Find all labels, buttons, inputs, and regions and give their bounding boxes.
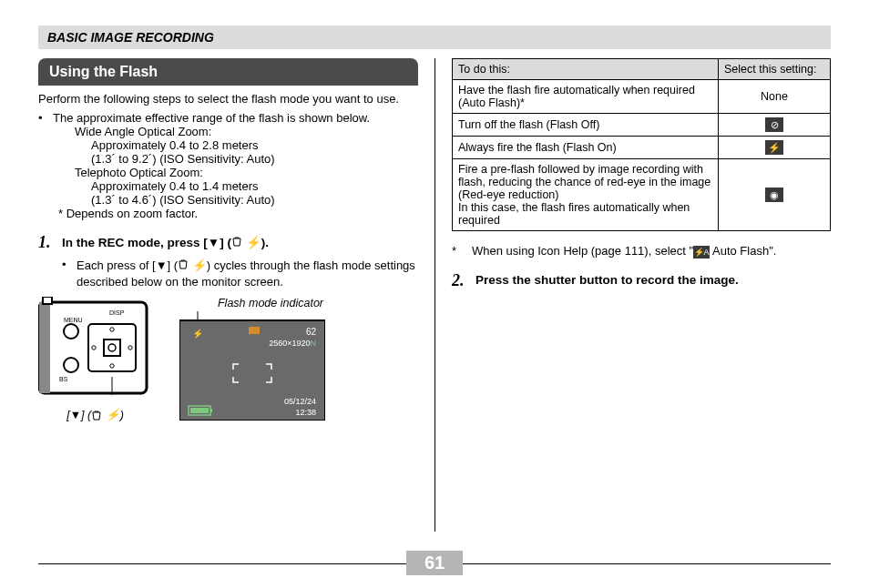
monitor-screen-svg: ⚡ 62 2560×1920N 05/12/24 12:38 — [179, 311, 325, 421]
step-1-number: 1. — [38, 233, 62, 252]
note-a: When using Icon Help (page 111), select … — [472, 244, 693, 258]
depends-text: Depends on zoom factor. — [66, 207, 199, 220]
resolution: 2560×1920 — [269, 339, 310, 348]
svg-rect-1 — [39, 302, 50, 393]
step-1-sub-text: Each press of [▼] ( ⚡) cycles through th… — [77, 258, 418, 290]
screen-date: 05/12/24 — [284, 397, 316, 406]
monitor-screen-diagram: Flash mode indicator ⚡ 62 2560×1920N 05/… — [179, 297, 325, 423]
intro-text: Perform the following steps to select th… — [38, 91, 418, 107]
cap-b: ] ( — [81, 409, 91, 421]
tele-zoom-label: Telephoto Optical Zoom: — [75, 166, 418, 179]
svg-rect-0 — [39, 302, 147, 393]
bullet-effective-range: • The approximate effective range of the… — [38, 111, 418, 125]
step-2-text: Press the shutter button to record the i… — [475, 271, 831, 290]
flash-settings-table: To do this: Select this setting: Have th… — [452, 58, 831, 231]
tele-zoom-range: Approximately 0.4 to 1.4 meters — [91, 179, 418, 193]
step-2-number: 2. — [452, 271, 475, 290]
wide-zoom-range: Approximately 0.4 to 2.8 meters — [91, 138, 418, 152]
flash-indicator-label: Flash mode indicator — [179, 297, 325, 309]
auto-flash-icon: ⚡A — [693, 246, 710, 259]
wide-zoom-label: Wide Angle Optical Zoom: — [75, 125, 418, 138]
svg-text:⚡: ⚡ — [192, 328, 204, 340]
asterisk: * — [452, 244, 472, 259]
row-flash-off-desc: Turn off the flash (Flash Off) — [453, 114, 719, 137]
camera-diagram: MENU DISP BS [▼] ( ⚡) — [38, 297, 152, 422]
tele-zoom-detail: (1.3´ to 4.6´) (ISO Sensitivity: Auto) — [91, 193, 418, 207]
trash-icon — [231, 236, 242, 249]
bullet-dot: • — [62, 258, 77, 290]
section-title: Using the Flash — [38, 58, 418, 86]
down-triangle-icon: ▼ — [208, 236, 220, 249]
step1-part-b: ] ( — [220, 236, 231, 249]
row-flash-off-setting: ⊘ — [719, 114, 831, 137]
red-eye-icon: ◉ — [765, 188, 783, 202]
step-1-sub-bullet: • Each press of [▼] ( ⚡) cycles through … — [62, 258, 418, 290]
flash-icon: ⚡ — [246, 236, 261, 249]
camera-caption: [▼] ( ⚡) — [38, 408, 152, 422]
svg-rect-23 — [210, 409, 212, 412]
depends-note: * Depends on zoom factor. — [58, 207, 418, 220]
step-1: 1. In the REC mode, press [▼] ( ⚡). — [38, 233, 418, 252]
icon-help-note: When using Icon Help (page 111), select … — [472, 244, 831, 259]
page-number: 61 — [406, 551, 463, 575]
svg-text:MENU: MENU — [64, 317, 83, 323]
step1-part-c: ). — [261, 236, 269, 249]
screen-time: 12:38 — [295, 408, 316, 417]
row-auto-flash-setting: None — [719, 80, 831, 114]
svg-text:BS: BS — [59, 376, 68, 382]
trash-icon — [91, 410, 102, 423]
page-number-wrap: 61 — [0, 551, 869, 575]
row-auto-flash-desc: Have the flash fire automatically when r… — [453, 80, 719, 114]
table-row: Turn off the flash (Flash Off) ⊘ — [453, 114, 831, 137]
svg-rect-22 — [190, 408, 209, 413]
diagrams-row: MENU DISP BS [▼] ( ⚡) Flash mode indicat… — [38, 297, 418, 423]
svg-text:DISP: DISP — [109, 309, 125, 316]
svg-rect-19 — [249, 327, 260, 334]
left-column: Using the Flash Perform the following st… — [38, 58, 434, 532]
down-triangle-icon: ▼ — [70, 409, 81, 421]
sub-a: Each press of [ — [77, 259, 156, 272]
bullet-text: The approximate effective range of the f… — [53, 111, 418, 125]
row-flash-on-setting: ⚡ — [719, 137, 831, 159]
step1-part-a: In the REC mode, press [ — [62, 236, 208, 249]
right-star-note: * When using Icon Help (page 111), selec… — [452, 244, 831, 259]
row-red-eye-setting: ◉ — [719, 159, 831, 231]
row-red-eye-desc: Fire a pre-flash followed by image recor… — [453, 159, 719, 231]
down-triangle-icon: ▼ — [156, 259, 168, 272]
asterisk: * — [58, 207, 63, 220]
table-row: Fire a pre-flash followed by image recor… — [453, 159, 831, 231]
camera-back-svg: MENU DISP BS — [38, 297, 152, 401]
step-2: 2. Press the shutter button to record th… — [452, 271, 831, 290]
flash-icon: ⚡ — [106, 409, 120, 421]
step-1-text: In the REC mode, press [▼] ( ⚡). — [62, 233, 418, 252]
bullet-dot: • — [38, 111, 53, 125]
shots-remaining: 62 — [306, 327, 317, 337]
flash-on-icon: ⚡ — [765, 140, 783, 155]
content-columns: Using the Flash Perform the following st… — [38, 58, 831, 532]
trash-icon — [178, 258, 189, 274]
right-column: To do this: Select this setting: Have th… — [434, 58, 831, 532]
flash-icon: ⚡ — [192, 259, 207, 272]
sub-b: ] ( — [168, 259, 179, 272]
svg-text:2560×1920N: 2560×1920N — [269, 339, 316, 348]
table-row: Always fire the flash (Flash On) ⚡ — [453, 137, 831, 159]
note-b: Auto Flash". — [710, 244, 776, 258]
table-header-action: To do this: — [453, 59, 719, 80]
wide-zoom-detail: (1.3´ to 9.2´) (ISO Sensitivity: Auto) — [91, 152, 418, 166]
table-row: Have the flash fire automatically when r… — [453, 80, 831, 114]
table-header-setting: Select this setting: — [719, 59, 831, 80]
page-header: BASIC IMAGE RECORDING — [38, 25, 831, 49]
row-flash-on-desc: Always fire the flash (Flash On) — [453, 137, 719, 159]
svg-rect-2 — [43, 297, 52, 304]
cap-c: ) — [120, 409, 124, 421]
flash-off-icon: ⊘ — [765, 117, 783, 132]
